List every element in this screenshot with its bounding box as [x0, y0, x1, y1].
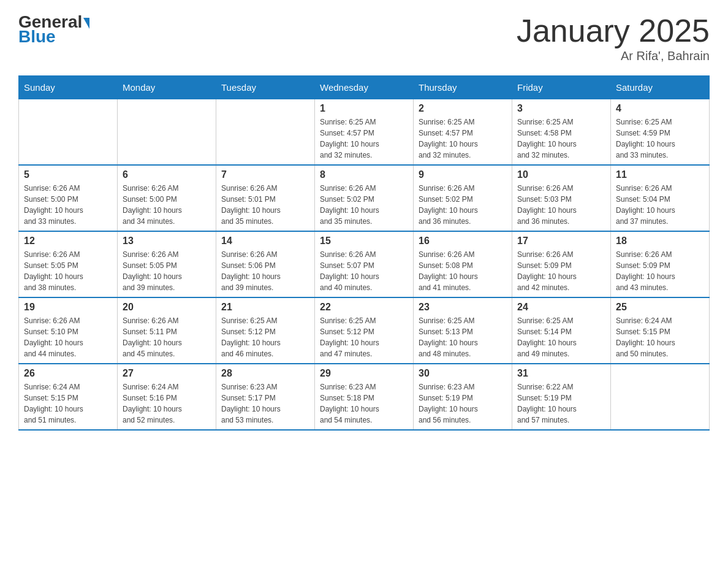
day-info: Sunrise: 6:25 AM Sunset: 5:12 PM Dayligh… [320, 315, 408, 359]
calendar-cell: 8Sunrise: 6:26 AM Sunset: 5:02 PM Daylig… [315, 165, 414, 231]
day-info: Sunrise: 6:26 AM Sunset: 5:01 PM Dayligh… [221, 183, 309, 227]
day-number: 10 [517, 169, 605, 180]
page-header: General Blue January 2025 Ar Rifa', Bahr… [18, 12, 710, 63]
month-title: January 2025 [517, 12, 710, 49]
calendar-cell: 20Sunrise: 6:26 AM Sunset: 5:11 PM Dayli… [118, 297, 216, 364]
calendar-cell: 28Sunrise: 6:23 AM Sunset: 5:17 PM Dayli… [216, 364, 315, 430]
day-number: 25 [616, 302, 704, 313]
day-number: 3 [517, 103, 605, 114]
calendar-cell: 24Sunrise: 6:25 AM Sunset: 5:14 PM Dayli… [512, 297, 611, 364]
day-number: 20 [123, 302, 211, 313]
calendar-cell: 23Sunrise: 6:25 AM Sunset: 5:13 PM Dayli… [414, 297, 512, 364]
calendar-cell: 27Sunrise: 6:24 AM Sunset: 5:16 PM Dayli… [118, 364, 216, 430]
day-number: 1 [320, 103, 408, 114]
day-header-sunday: Sunday [19, 76, 118, 99]
day-number: 30 [419, 368, 507, 379]
day-info: Sunrise: 6:25 AM Sunset: 4:57 PM Dayligh… [419, 117, 507, 161]
day-number: 9 [419, 169, 507, 180]
calendar-body: 1Sunrise: 6:25 AM Sunset: 4:57 PM Daylig… [19, 99, 710, 431]
day-header-wednesday: Wednesday [315, 76, 414, 99]
day-number: 7 [221, 169, 309, 180]
day-number: 22 [320, 302, 408, 313]
day-info: Sunrise: 6:26 AM Sunset: 5:00 PM Dayligh… [24, 183, 112, 227]
calendar-cell: 11Sunrise: 6:26 AM Sunset: 5:04 PM Dayli… [611, 165, 710, 231]
calendar-week-1: 5Sunrise: 6:26 AM Sunset: 5:00 PM Daylig… [19, 165, 710, 231]
calendar-cell: 30Sunrise: 6:23 AM Sunset: 5:19 PM Dayli… [414, 364, 512, 430]
calendar-cell: 5Sunrise: 6:26 AM Sunset: 5:00 PM Daylig… [19, 165, 118, 231]
calendar-cell: 13Sunrise: 6:26 AM Sunset: 5:05 PM Dayli… [118, 231, 216, 297]
day-number: 15 [320, 236, 408, 247]
calendar-cell: 31Sunrise: 6:22 AM Sunset: 5:19 PM Dayli… [512, 364, 611, 430]
calendar-cell [216, 99, 315, 166]
day-number: 17 [517, 236, 605, 247]
day-header-tuesday: Tuesday [216, 76, 315, 99]
day-number: 21 [221, 302, 309, 313]
day-number: 6 [123, 169, 211, 180]
calendar-cell: 21Sunrise: 6:25 AM Sunset: 5:12 PM Dayli… [216, 297, 315, 364]
day-info: Sunrise: 6:26 AM Sunset: 5:00 PM Dayligh… [123, 183, 211, 227]
day-number: 26 [24, 368, 112, 379]
day-number: 13 [123, 236, 211, 247]
day-info: Sunrise: 6:26 AM Sunset: 5:02 PM Dayligh… [419, 183, 507, 227]
title-section: January 2025 Ar Rifa', Bahrain [517, 12, 710, 63]
day-info: Sunrise: 6:24 AM Sunset: 5:15 PM Dayligh… [24, 381, 112, 426]
day-header-saturday: Saturday [611, 76, 710, 99]
day-info: Sunrise: 6:26 AM Sunset: 5:06 PM Dayligh… [221, 249, 309, 293]
day-info: Sunrise: 6:25 AM Sunset: 4:59 PM Dayligh… [616, 117, 704, 161]
day-info: Sunrise: 6:26 AM Sunset: 5:09 PM Dayligh… [517, 249, 605, 293]
day-info: Sunrise: 6:26 AM Sunset: 5:10 PM Dayligh… [24, 315, 112, 359]
calendar-cell: 19Sunrise: 6:26 AM Sunset: 5:10 PM Dayli… [19, 297, 118, 364]
calendar-cell [19, 99, 118, 166]
calendar-week-3: 19Sunrise: 6:26 AM Sunset: 5:10 PM Dayli… [19, 297, 710, 364]
calendar-cell [118, 99, 216, 166]
day-headers-row: SundayMondayTuesdayWednesdayThursdayFrid… [19, 76, 710, 99]
day-number: 4 [616, 103, 704, 114]
day-info: Sunrise: 6:24 AM Sunset: 5:16 PM Dayligh… [123, 381, 211, 426]
day-number: 12 [24, 236, 112, 247]
calendar-cell: 3Sunrise: 6:25 AM Sunset: 4:58 PM Daylig… [512, 99, 611, 166]
day-number: 19 [24, 302, 112, 313]
day-info: Sunrise: 6:22 AM Sunset: 5:19 PM Dayligh… [517, 381, 605, 426]
day-number: 11 [616, 169, 704, 180]
day-info: Sunrise: 6:26 AM Sunset: 5:09 PM Dayligh… [616, 249, 704, 293]
day-info: Sunrise: 6:25 AM Sunset: 4:58 PM Dayligh… [517, 117, 605, 161]
day-info: Sunrise: 6:25 AM Sunset: 5:14 PM Dayligh… [517, 315, 605, 359]
day-info: Sunrise: 6:26 AM Sunset: 5:08 PM Dayligh… [419, 249, 507, 293]
day-info: Sunrise: 6:26 AM Sunset: 5:04 PM Dayligh… [616, 183, 704, 227]
day-info: Sunrise: 6:26 AM Sunset: 5:11 PM Dayligh… [123, 315, 211, 359]
day-info: Sunrise: 6:24 AM Sunset: 5:15 PM Dayligh… [616, 315, 704, 359]
day-number: 5 [24, 169, 112, 180]
day-number: 18 [616, 236, 704, 247]
calendar-cell: 22Sunrise: 6:25 AM Sunset: 5:12 PM Dayli… [315, 297, 414, 364]
day-number: 8 [320, 169, 408, 180]
day-header-friday: Friday [512, 76, 611, 99]
calendar-cell [611, 364, 710, 430]
day-info: Sunrise: 6:23 AM Sunset: 5:19 PM Dayligh… [419, 381, 507, 426]
day-number: 23 [419, 302, 507, 313]
calendar-week-0: 1Sunrise: 6:25 AM Sunset: 4:57 PM Daylig… [19, 99, 710, 166]
calendar-cell: 4Sunrise: 6:25 AM Sunset: 4:59 PM Daylig… [611, 99, 710, 166]
calendar-cell: 16Sunrise: 6:26 AM Sunset: 5:08 PM Dayli… [414, 231, 512, 297]
calendar-header: SundayMondayTuesdayWednesdayThursdayFrid… [19, 76, 710, 99]
day-info: Sunrise: 6:25 AM Sunset: 5:12 PM Dayligh… [221, 315, 309, 359]
day-header-monday: Monday [118, 76, 216, 99]
day-info: Sunrise: 6:26 AM Sunset: 5:05 PM Dayligh… [24, 249, 112, 293]
day-number: 16 [419, 236, 507, 247]
calendar-cell: 6Sunrise: 6:26 AM Sunset: 5:00 PM Daylig… [118, 165, 216, 231]
calendar-cell: 2Sunrise: 6:25 AM Sunset: 4:57 PM Daylig… [414, 99, 512, 166]
calendar-cell: 14Sunrise: 6:26 AM Sunset: 5:06 PM Dayli… [216, 231, 315, 297]
day-info: Sunrise: 6:25 AM Sunset: 5:13 PM Dayligh… [419, 315, 507, 359]
logo: General Blue [18, 12, 89, 47]
day-number: 14 [221, 236, 309, 247]
calendar-cell: 15Sunrise: 6:26 AM Sunset: 5:07 PM Dayli… [315, 231, 414, 297]
calendar-week-2: 12Sunrise: 6:26 AM Sunset: 5:05 PM Dayli… [19, 231, 710, 297]
calendar-cell: 10Sunrise: 6:26 AM Sunset: 5:03 PM Dayli… [512, 165, 611, 231]
day-number: 28 [221, 368, 309, 379]
location: Ar Rifa', Bahrain [517, 49, 710, 63]
logo-blue-text: Blue [18, 27, 56, 47]
calendar-cell: 18Sunrise: 6:26 AM Sunset: 5:09 PM Dayli… [611, 231, 710, 297]
logo-triangle-icon [83, 18, 89, 29]
day-number: 2 [419, 103, 507, 114]
day-info: Sunrise: 6:23 AM Sunset: 5:18 PM Dayligh… [320, 381, 408, 426]
calendar-cell: 26Sunrise: 6:24 AM Sunset: 5:15 PM Dayli… [19, 364, 118, 430]
